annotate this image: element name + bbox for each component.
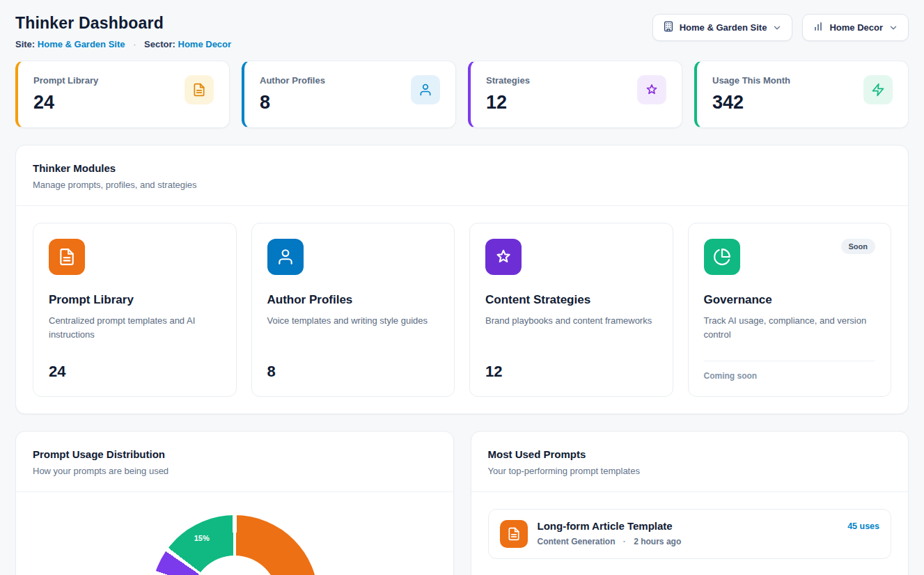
most-used-title: Most Used Prompts (488, 448, 892, 460)
usage-title: Prompt Usage Distribution (33, 448, 437, 460)
stat-label: Usage This Month (712, 75, 790, 86)
prompt-list: Long-form Article Template Content Gener… (471, 492, 909, 575)
stat-value: 342 (712, 92, 790, 113)
most-used-prompts-panel: Most Used Prompts Your top-performing pr… (471, 431, 909, 575)
module-title: Governance (704, 293, 876, 307)
meta-separator: · (623, 537, 626, 546)
module-count: 8 (267, 363, 439, 381)
site-line: Site: Home & Garden Site · Sector: Home … (15, 39, 231, 49)
most-used-header: Most Used Prompts Your top-performing pr… (471, 432, 909, 491)
stat-text: Prompt Library 24 (33, 75, 98, 113)
stats-row: Prompt Library 24 Author Profiles 8 Stra… (15, 61, 909, 128)
prompt-uses-count: 45 uses (847, 521, 879, 531)
sector-selector-value: Home Decor (829, 22, 883, 33)
modules-header: Thinker Modules Manage prompts, profiles… (16, 145, 908, 205)
top-bar: Thinker Dashboard Site: Home & Garden Si… (15, 14, 909, 49)
module-top (267, 239, 439, 275)
document-icon (500, 520, 528, 548)
module-footer: Coming soon (704, 361, 876, 381)
module-title: Prompt Library (49, 293, 221, 307)
module-card-governance[interactable]: Soon Governance Track AI usage, complian… (688, 223, 892, 397)
prompt-time: 2 hours ago (634, 537, 681, 546)
thinker-modules-panel: Thinker Modules Manage prompts, profiles… (15, 145, 909, 414)
divider (704, 361, 876, 361)
person-icon (411, 75, 440, 104)
stat-label: Author Profiles (260, 75, 325, 86)
site-sector-separator: · (133, 39, 136, 49)
sparkle-star-icon (637, 75, 666, 104)
stat-card-usage: Usage This Month 342 (694, 61, 909, 128)
dashboard-page: Thinker Dashboard Site: Home & Garden Si… (0, 0, 924, 575)
module-description: Centralized prompt templates and AI inst… (49, 314, 221, 342)
sector-link[interactable]: Home Decor (178, 39, 232, 49)
stat-value: 12 (486, 92, 530, 113)
module-title: Author Profiles (267, 293, 439, 307)
header-left: Thinker Dashboard Site: Home & Garden Si… (15, 14, 231, 49)
usage-header: Prompt Usage Distribution How your promp… (16, 432, 453, 491)
donut-chart: 15% (151, 515, 318, 575)
module-card-content-strategies[interactable]: Content Strategies Brand playbooks and c… (469, 223, 673, 397)
pie-chart-icon (704, 239, 740, 275)
building-icon (663, 21, 674, 34)
modules-subtitle: Manage prompts, profiles, and strategies (33, 180, 891, 190)
modules-title: Thinker Modules (33, 162, 891, 174)
site-label: Site: (15, 39, 35, 49)
module-description: Brand playbooks and content frameworks (485, 314, 657, 328)
lightning-icon (863, 75, 893, 104)
prompt-item-body: Long-form Article Template Content Gener… (538, 520, 838, 546)
sector-selector-dropdown[interactable]: Home Decor (802, 14, 909, 41)
modules-grid: Prompt Library Centralized prompt templa… (16, 206, 908, 413)
module-description: Track AI usage, compliance, and version … (704, 314, 876, 342)
prompt-category: Content Generation (538, 537, 616, 546)
stat-card-author-profiles: Author Profiles 8 (242, 61, 456, 128)
stat-card-strategies: Strategies 12 (468, 61, 682, 128)
prompt-item-meta: Content Generation · 2 hours ago (538, 537, 838, 546)
module-top (485, 239, 657, 275)
sparkle-star-icon (485, 239, 522, 275)
prompt-item-title: Long-form Article Template (538, 520, 838, 532)
module-card-prompt-library[interactable]: Prompt Library Centralized prompt templa… (33, 223, 237, 397)
module-title: Content Strategies (485, 293, 657, 307)
person-icon (267, 239, 304, 275)
site-selector-value: Home & Garden Site (680, 22, 767, 33)
module-top: Soon (704, 239, 876, 275)
module-top (49, 239, 221, 275)
stat-value: 8 (260, 92, 325, 113)
usage-distribution-panel: Prompt Usage Distribution How your promp… (15, 431, 454, 575)
divider (16, 491, 453, 492)
module-description: Voice templates and writing style guides (267, 314, 439, 328)
bar-chart-icon (813, 21, 824, 34)
module-count: 24 (49, 363, 221, 381)
site-link[interactable]: Home & Garden Site (38, 39, 125, 49)
sector-label: Sector: (144, 39, 175, 49)
site-selector-dropdown[interactable]: Home & Garden Site (652, 14, 793, 41)
chevron-down-icon (772, 23, 782, 33)
page-title: Thinker Dashboard (15, 14, 231, 33)
stat-value: 24 (33, 92, 98, 113)
coming-soon-text: Coming soon (704, 371, 876, 381)
usage-subtitle: How your prompts are being used (33, 466, 437, 476)
header-selectors: Home & Garden Site Home Decor (652, 14, 909, 41)
prompt-list-item[interactable]: Long-form Article Template Content Gener… (488, 509, 892, 559)
stat-text: Author Profiles 8 (260, 75, 325, 113)
document-icon (49, 239, 85, 275)
module-count: 12 (485, 363, 657, 381)
slice-percentage-label: 15% (194, 534, 210, 542)
document-icon (185, 75, 214, 104)
module-card-author-profiles[interactable]: Author Profiles Voice templates and writ… (251, 223, 455, 397)
chevron-down-icon (888, 23, 898, 33)
stat-text: Usage This Month 342 (712, 75, 790, 113)
donut-chart-area: 15% (16, 515, 453, 575)
bottom-row: Prompt Usage Distribution How your promp… (15, 431, 909, 575)
stat-text: Strategies 12 (486, 75, 530, 113)
most-used-subtitle: Your top-performing prompt templates (488, 466, 892, 476)
soon-badge: Soon (841, 239, 876, 254)
stat-label: Prompt Library (33, 75, 98, 86)
stat-card-prompt-library: Prompt Library 24 (15, 61, 230, 128)
stat-label: Strategies (486, 75, 530, 86)
